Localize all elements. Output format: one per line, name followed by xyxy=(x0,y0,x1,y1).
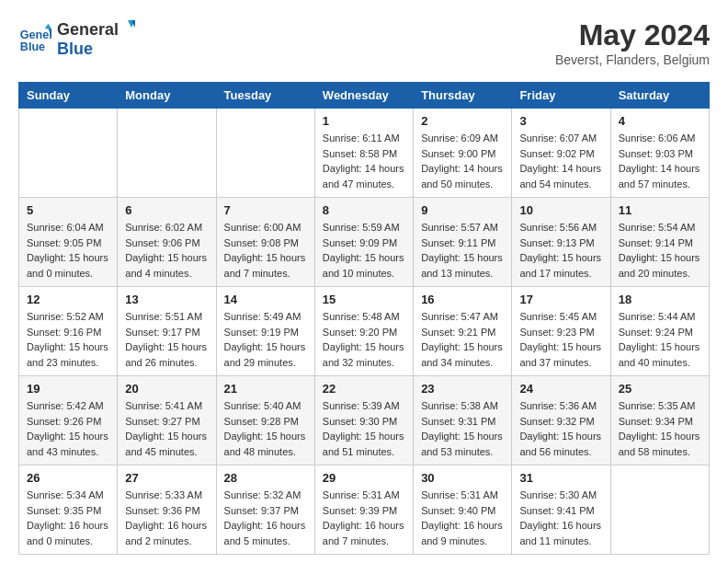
day-info: Sunrise: 5:45 AMSunset: 9:23 PMDaylight:… xyxy=(519,309,602,370)
day-info: Sunrise: 5:38 AMSunset: 9:31 PMDaylight:… xyxy=(421,398,504,459)
day-info: Sunrise: 5:56 AMSunset: 9:13 PMDaylight:… xyxy=(519,220,602,281)
calendar-cell: 30Sunrise: 5:31 AMSunset: 9:40 PMDayligh… xyxy=(414,465,512,555)
calendar-cell: 21Sunrise: 5:40 AMSunset: 9:28 PMDayligh… xyxy=(216,376,314,465)
day-number: 9 xyxy=(421,203,504,217)
day-info: Sunrise: 5:40 AMSunset: 9:28 PMDaylight:… xyxy=(224,398,307,459)
svg-text:Blue: Blue xyxy=(20,40,45,53)
day-info: Sunrise: 5:47 AMSunset: 9:21 PMDaylight:… xyxy=(421,309,504,370)
day-number: 25 xyxy=(619,382,701,396)
svg-marker-2 xyxy=(45,24,51,29)
day-info: Sunrise: 5:57 AMSunset: 9:11 PMDaylight:… xyxy=(421,220,504,281)
day-info: Sunrise: 5:59 AMSunset: 9:09 PMDaylight:… xyxy=(323,220,405,281)
calendar-cell xyxy=(610,465,709,555)
logo-line2: Blue xyxy=(57,40,137,59)
day-info: Sunrise: 6:00 AMSunset: 9:08 PMDaylight:… xyxy=(224,220,307,281)
weekday-header: Friday xyxy=(512,83,610,109)
day-info: Sunrise: 5:31 AMSunset: 9:40 PMDaylight:… xyxy=(421,488,504,548)
day-info: Sunrise: 5:34 AMSunset: 9:35 PMDaylight:… xyxy=(27,488,109,548)
calendar-cell: 13Sunrise: 5:51 AMSunset: 9:17 PMDayligh… xyxy=(118,287,216,376)
day-info: Sunrise: 5:39 AMSunset: 9:30 PMDaylight:… xyxy=(323,398,405,459)
calendar-cell: 29Sunrise: 5:31 AMSunset: 9:39 PMDayligh… xyxy=(314,465,413,555)
day-info: Sunrise: 5:48 AMSunset: 9:20 PMDaylight:… xyxy=(323,309,405,370)
day-number: 22 xyxy=(323,382,405,396)
calendar-cell: 9Sunrise: 5:57 AMSunset: 9:11 PMDaylight… xyxy=(414,198,512,287)
calendar-week-row: 26Sunrise: 5:34 AMSunset: 9:35 PMDayligh… xyxy=(19,465,710,555)
day-number: 24 xyxy=(519,382,602,396)
calendar-cell: 23Sunrise: 5:38 AMSunset: 9:31 PMDayligh… xyxy=(414,376,512,465)
calendar-week-row: 5Sunrise: 6:04 AMSunset: 9:05 PMDaylight… xyxy=(19,198,710,287)
calendar-cell: 10Sunrise: 5:56 AMSunset: 9:13 PMDayligh… xyxy=(512,198,610,287)
page-header: General Blue General Blue May 2024 Bever… xyxy=(18,18,710,67)
calendar-cell: 1Sunrise: 6:11 AMSunset: 8:58 PMDaylight… xyxy=(314,109,413,198)
weekday-header: Thursday xyxy=(414,83,512,109)
day-info: Sunrise: 6:11 AMSunset: 8:58 PMDaylight:… xyxy=(323,131,405,191)
day-number: 5 xyxy=(27,203,109,217)
day-info: Sunrise: 5:33 AMSunset: 9:36 PMDaylight:… xyxy=(125,488,208,548)
calendar-cell: 14Sunrise: 5:49 AMSunset: 9:19 PMDayligh… xyxy=(216,287,314,376)
calendar-table: SundayMondayTuesdayWednesdayThursdayFrid… xyxy=(18,82,710,555)
weekday-header: Tuesday xyxy=(216,83,314,109)
day-info: Sunrise: 5:35 AMSunset: 9:34 PMDaylight:… xyxy=(619,398,701,459)
day-number: 11 xyxy=(619,203,701,217)
calendar-cell: 22Sunrise: 5:39 AMSunset: 9:30 PMDayligh… xyxy=(314,376,413,465)
calendar-cell: 25Sunrise: 5:35 AMSunset: 9:34 PMDayligh… xyxy=(610,376,709,465)
day-number: 29 xyxy=(323,471,405,485)
month-year-title: May 2024 xyxy=(555,18,710,52)
calendar-cell: 2Sunrise: 6:09 AMSunset: 9:00 PMDaylight… xyxy=(414,109,512,198)
calendar-cell: 3Sunrise: 6:07 AMSunset: 9:02 PMDaylight… xyxy=(512,109,610,198)
calendar-cell: 5Sunrise: 6:04 AMSunset: 9:05 PMDaylight… xyxy=(19,198,118,287)
day-number: 19 xyxy=(27,382,109,396)
day-info: Sunrise: 5:36 AMSunset: 9:32 PMDaylight:… xyxy=(519,398,602,459)
logo-arrow-icon xyxy=(120,18,137,35)
day-number: 30 xyxy=(421,471,504,485)
logo-line1: General xyxy=(57,20,119,40)
calendar-cell: 11Sunrise: 5:54 AMSunset: 9:14 PMDayligh… xyxy=(610,198,709,287)
calendar-cell: 15Sunrise: 5:48 AMSunset: 9:20 PMDayligh… xyxy=(314,287,413,376)
day-number: 21 xyxy=(224,382,307,396)
calendar-cell: 31Sunrise: 5:30 AMSunset: 9:41 PMDayligh… xyxy=(512,465,610,555)
day-info: Sunrise: 5:41 AMSunset: 9:27 PMDaylight:… xyxy=(125,398,208,459)
day-info: Sunrise: 5:52 AMSunset: 9:16 PMDaylight:… xyxy=(27,309,109,370)
day-info: Sunrise: 5:30 AMSunset: 9:41 PMDaylight:… xyxy=(519,488,602,548)
day-number: 10 xyxy=(519,203,602,217)
day-number: 18 xyxy=(619,293,701,306)
day-number: 15 xyxy=(323,293,405,306)
day-number: 7 xyxy=(224,203,307,217)
weekday-header: Wednesday xyxy=(314,83,413,109)
location-subtitle: Beverst, Flanders, Belgium xyxy=(555,52,710,67)
calendar-cell: 19Sunrise: 5:42 AMSunset: 9:26 PMDayligh… xyxy=(19,376,118,465)
weekday-header: Monday xyxy=(118,83,216,109)
day-number: 23 xyxy=(421,382,504,396)
day-info: Sunrise: 5:51 AMSunset: 9:17 PMDaylight:… xyxy=(125,309,208,370)
day-info: Sunrise: 5:44 AMSunset: 9:24 PMDaylight:… xyxy=(619,309,701,370)
calendar-cell: 20Sunrise: 5:41 AMSunset: 9:27 PMDayligh… xyxy=(118,376,216,465)
day-number: 14 xyxy=(224,293,307,306)
calendar-cell xyxy=(19,109,118,198)
day-info: Sunrise: 5:49 AMSunset: 9:19 PMDaylight:… xyxy=(224,309,307,370)
title-block: May 2024 Beverst, Flanders, Belgium xyxy=(555,18,710,67)
day-number: 27 xyxy=(125,471,208,485)
day-number: 26 xyxy=(27,471,109,485)
calendar-cell: 8Sunrise: 5:59 AMSunset: 9:09 PMDaylight… xyxy=(314,198,413,287)
day-info: Sunrise: 6:06 AMSunset: 9:03 PMDaylight:… xyxy=(619,131,701,191)
day-info: Sunrise: 5:54 AMSunset: 9:14 PMDaylight:… xyxy=(619,220,701,281)
day-number: 13 xyxy=(125,293,208,306)
calendar-cell: 4Sunrise: 6:06 AMSunset: 9:03 PMDaylight… xyxy=(610,109,709,198)
day-number: 28 xyxy=(224,471,307,485)
day-number: 2 xyxy=(421,114,504,128)
calendar-cell: 17Sunrise: 5:45 AMSunset: 9:23 PMDayligh… xyxy=(512,287,610,376)
logo-icon: General Blue xyxy=(18,22,51,55)
calendar-cell: 16Sunrise: 5:47 AMSunset: 9:21 PMDayligh… xyxy=(414,287,512,376)
day-info: Sunrise: 5:32 AMSunset: 9:37 PMDaylight:… xyxy=(224,488,307,548)
day-info: Sunrise: 5:31 AMSunset: 9:39 PMDaylight:… xyxy=(323,488,405,548)
calendar-week-row: 19Sunrise: 5:42 AMSunset: 9:26 PMDayligh… xyxy=(19,376,710,465)
calendar-cell: 6Sunrise: 6:02 AMSunset: 9:06 PMDaylight… xyxy=(118,198,216,287)
day-info: Sunrise: 5:42 AMSunset: 9:26 PMDaylight:… xyxy=(27,398,109,459)
day-info: Sunrise: 6:07 AMSunset: 9:02 PMDaylight:… xyxy=(519,131,602,191)
day-info: Sunrise: 6:09 AMSunset: 9:00 PMDaylight:… xyxy=(421,131,504,191)
day-number: 6 xyxy=(125,203,208,217)
day-number: 16 xyxy=(421,293,504,306)
day-number: 31 xyxy=(519,471,602,485)
day-number: 4 xyxy=(619,114,701,128)
day-number: 1 xyxy=(323,114,405,128)
